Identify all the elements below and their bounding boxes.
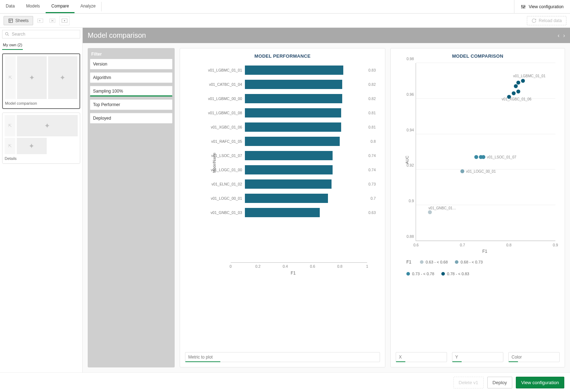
- scatter-x-tick: 0.9: [553, 243, 558, 247]
- filter-header: Filter: [90, 50, 173, 59]
- bar-row[interactable]: v01_LGBMC_01_010.83: [199, 63, 376, 77]
- tab-data[interactable]: Data: [0, 0, 20, 13]
- page-header: Model comparison ‹ ›: [83, 28, 570, 43]
- puzzle-icon: ✦: [29, 73, 35, 82]
- bar-value-label: 0.83: [369, 68, 376, 72]
- deploy-button[interactable]: Deploy: [487, 377, 512, 388]
- bar-row[interactable]: v01_GNBC_01_030.63: [199, 205, 376, 220]
- bar-category-label: v01_RAFC_01_05: [199, 139, 245, 143]
- scatter-y-tick: 0.92: [402, 163, 414, 167]
- search-icon: [5, 32, 10, 37]
- tab-compare[interactable]: Compare: [46, 0, 75, 13]
- bar-row[interactable]: v01_LOGC_01_000.74: [199, 163, 376, 177]
- sheets-sidebar: Search My own (2) ⇱ ✦ ✦ Model comparison…: [0, 28, 83, 372]
- tab-analyze[interactable]: Analyze: [75, 0, 101, 13]
- bar-row[interactable]: v01_LGBMC_01_080.81: [199, 106, 376, 120]
- scatter-y-tick: 0.96: [402, 92, 414, 96]
- svg-point-4: [523, 7, 524, 8]
- tab-separator: [101, 2, 102, 11]
- filter-item[interactable]: Version: [90, 59, 173, 69]
- bar-row[interactable]: v01_LSOC_01_070.74: [199, 148, 376, 163]
- legend-dot-icon: [441, 272, 445, 276]
- bar-chart[interactable]: ModelName v01_LGBMC_01_010.83v01_CATBC_0…: [199, 63, 376, 262]
- reload-label: Reload data: [539, 18, 562, 23]
- scatter-point[interactable]: [521, 79, 525, 83]
- tab-models[interactable]: Models: [20, 0, 46, 13]
- sheets-button[interactable]: Sheets: [4, 16, 33, 25]
- scatter-point[interactable]: [461, 169, 464, 173]
- sliders-icon: [521, 4, 526, 9]
- page-title: Model comparison: [88, 31, 146, 40]
- scatter-chart[interactable]: AUC 0.880.90.920.940.960.980.60.70.80.9v…: [396, 63, 560, 257]
- bar-category-label: v01_LGBMC_00_00: [199, 96, 245, 101]
- model-comparison-card: MODEL COMPARISON AUC 0.880.90.920.940.96…: [390, 48, 565, 367]
- sidebar-tab-myown[interactable]: My own (2): [2, 41, 23, 50]
- scatter-point[interactable]: [474, 155, 478, 159]
- bar-row[interactable]: v01_CATBC_01_040.82: [199, 77, 376, 92]
- legend-item: 0.78 - < 0.83: [441, 272, 469, 276]
- chart-title: MODEL COMPARISON: [396, 53, 560, 59]
- scatter-point[interactable]: [481, 155, 485, 159]
- selection-tool-icon[interactable]: [60, 16, 70, 25]
- filter-item[interactable]: Sampling 100%: [90, 86, 173, 96]
- filter-panel: Filter VersionAlgorithmSampling 100%Top …: [88, 48, 175, 367]
- view-configuration-button[interactable]: View configuration: [516, 377, 564, 388]
- y-axis-select[interactable]: Y: [452, 352, 503, 362]
- view-configuration-top[interactable]: View configuration: [514, 0, 570, 13]
- page-prev-icon[interactable]: ‹: [558, 32, 559, 39]
- puzzle-icon: ✦: [29, 142, 35, 150]
- legend-dot-icon: [420, 260, 423, 264]
- bar-category-label: v01_GNBC_01_03: [199, 210, 245, 215]
- external-icon: ⇱: [8, 123, 12, 128]
- filter-item[interactable]: Deployed: [90, 113, 173, 124]
- bar-row[interactable]: v01_RAFC_01_050.8: [199, 134, 376, 148]
- sheet-thumb-model-comparison[interactable]: ⇱ ✦ ✦ Model comparison: [2, 53, 80, 109]
- page-next-icon[interactable]: ›: [563, 32, 565, 39]
- color-select[interactable]: Color: [508, 352, 560, 362]
- scatter-point-label: v01_LSOC_01_07: [487, 155, 516, 159]
- scatter-point-label: v01_LGBMC_01_01: [513, 74, 546, 78]
- reload-data-button: Reload data: [527, 16, 566, 25]
- filter-item[interactable]: Top Performer: [90, 99, 173, 110]
- metric-to-plot-select[interactable]: Metric to plot: [185, 352, 380, 362]
- scatter-point[interactable]: [516, 80, 520, 84]
- footer: Delete v1 Deploy View configuration: [0, 372, 570, 392]
- scatter-y-axis-title: AUC: [405, 156, 409, 164]
- sheets-label: Sheets: [15, 18, 29, 23]
- scatter-point[interactable]: [516, 89, 520, 93]
- puzzle-icon: ✦: [60, 73, 66, 82]
- sheet-thumb-details[interactable]: ⇱ ✦ ⇱ ✦ Details: [2, 113, 80, 164]
- legend-item: 0.73 - < 0.78: [406, 272, 434, 276]
- scatter-point[interactable]: [514, 84, 518, 88]
- legend-item: 0.63 - < 0.68: [420, 260, 448, 264]
- external-icon: ⇱: [8, 143, 12, 148]
- bar-x-tick: 0.6: [310, 264, 315, 268]
- view-config-label: View configuration: [529, 4, 564, 9]
- bar-row[interactable]: v01_XGBC_01_060.81: [199, 120, 376, 134]
- scatter-x-tick: 0.6: [414, 243, 419, 247]
- scatter-y-tick: 0.9: [402, 199, 414, 203]
- bar-y-axis-title: ModelName: [212, 153, 216, 173]
- bar-row[interactable]: v01_LGBMC_00_000.82: [199, 92, 376, 106]
- bar-row[interactable]: v01_ELNC_01_020.73: [199, 177, 376, 191]
- scatter-point-label: v01_XGBC_01_06: [502, 97, 531, 101]
- bar-category-label: v01_LGBMC_01_08: [199, 111, 245, 115]
- x-axis-select[interactable]: X: [396, 352, 447, 362]
- filter-item[interactable]: Algorithm: [90, 72, 173, 83]
- selection-clear-icon[interactable]: [47, 16, 57, 25]
- bar-value-label: 0.82: [369, 82, 376, 87]
- bar-category-label: v01_CATBC_01_04: [199, 82, 245, 87]
- legend-title: F1: [406, 260, 411, 265]
- svg-rect-6: [9, 19, 13, 22]
- scatter-point[interactable]: [428, 210, 432, 214]
- sidebar-tabs: My own (2): [2, 41, 80, 50]
- scatter-point[interactable]: [512, 91, 515, 95]
- selection-back-icon[interactable]: [35, 16, 45, 25]
- bar-value-label: 0.82: [369, 96, 376, 101]
- bar-row[interactable]: v01_LOGC_00_010.7: [199, 191, 376, 205]
- search-input[interactable]: Search: [2, 30, 80, 38]
- bar-x-tick: 0: [230, 264, 232, 268]
- bar-category-label: v01_ELNC_01_02: [199, 182, 245, 186]
- scatter-x-tick: 0.8: [506, 243, 512, 247]
- bar-value-label: 0.81: [369, 111, 376, 115]
